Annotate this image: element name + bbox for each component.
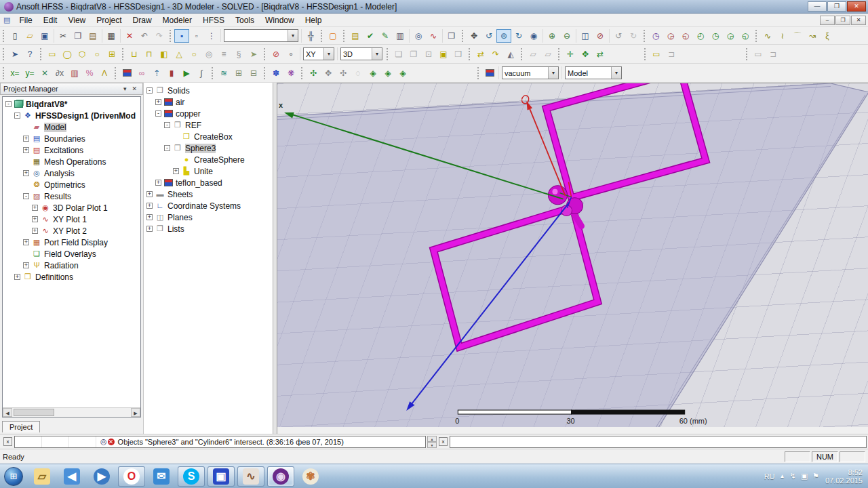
- materials-button[interactable]: [119, 66, 134, 80]
- toolbar-drag-handle[interactable]: [644, 30, 646, 42]
- tray-action-center-icon[interactable]: ⚑: [812, 472, 819, 481]
- tree-expander[interactable]: +: [23, 239, 29, 245]
- context-help-button[interactable]: ➤: [7, 47, 22, 61]
- select-object-button[interactable]: ▪: [174, 29, 189, 43]
- tree-xy-plot-2[interactable]: + ∿ XY Plot 2: [3, 225, 140, 237]
- view-undo-button[interactable]: ↺: [611, 29, 626, 43]
- draw-sphere-button[interactable]: ○: [186, 47, 201, 61]
- toolbar-drag-handle[interactable]: [321, 30, 323, 42]
- modeler-3d-viewport[interactable]: x 0 30 60 (mm): [277, 83, 868, 427]
- exchange-button[interactable]: ✕: [37, 66, 52, 80]
- toolbar-drag-handle[interactable]: [343, 30, 346, 42]
- mtree-createbox[interactable]: ❒ CreateBox: [144, 131, 273, 142]
- view-iso-button[interactable]: ◵: [738, 29, 753, 43]
- arc-button[interactable]: ⌒: [790, 29, 805, 43]
- menu-item[interactable]: Edit: [38, 14, 63, 26]
- mtree-teflon-based[interactable]: + teflon_based: [144, 177, 273, 188]
- project-tree-hscrollbar[interactable]: ◀ ▶: [3, 407, 140, 417]
- tree-expander[interactable]: -: [164, 145, 170, 151]
- mesh-sphere-button[interactable]: ❋: [283, 66, 298, 80]
- measure-button[interactable]: ▮: [164, 66, 179, 80]
- tree-expander[interactable]: +: [32, 205, 38, 211]
- tree-xy-plot-1[interactable]: + ∿ XY Plot 1: [3, 214, 140, 225]
- field-gem-3-button[interactable]: ◈: [395, 66, 410, 80]
- view-bottom-button[interactable]: ◶: [663, 29, 678, 43]
- mtree-ref[interactable]: - ❒ REF: [144, 119, 273, 131]
- tree-optimetrics[interactable]: ❂ Optimetrics: [3, 179, 140, 190]
- tree-expander[interactable]: -: [5, 101, 12, 107]
- taskbar-explorer-button[interactable]: ▱: [28, 466, 56, 487]
- toolbar-combobox[interactable]: 3D ▾: [340, 47, 382, 60]
- project-variables-button[interactable]: y=: [22, 66, 37, 80]
- toolbar-combobox[interactable]: Model ▾: [565, 66, 622, 79]
- design-properties-button[interactable]: x=: [7, 66, 22, 80]
- tree-mesh-operations[interactable]: ▦ Mesh Operations: [3, 156, 140, 167]
- tree-definitions[interactable]: + ❒ Definitions: [3, 271, 140, 283]
- cut-button[interactable]: ✂: [56, 29, 71, 43]
- tree-model[interactable]: ▰ Model: [3, 121, 140, 133]
- draw-box-button[interactable]: ◧: [157, 47, 172, 61]
- taskbar-save-tool-button[interactable]: ▣: [208, 466, 235, 487]
- tray-network-icon[interactable]: ▣: [801, 472, 808, 481]
- pan-button[interactable]: ✥: [467, 29, 481, 43]
- run-script-button[interactable]: ▶: [179, 66, 194, 80]
- toolbar-combobox[interactable]: XY ▾: [303, 47, 334, 60]
- mtree-sphere3[interactable]: - ❒ Sphere3: [144, 142, 273, 154]
- view-redo-button[interactable]: ↻: [626, 29, 641, 43]
- taskbar-volume-button[interactable]: ◀: [58, 466, 85, 487]
- toolbar-drag-handle[interactable]: [387, 48, 389, 60]
- toolbar-drag-handle[interactable]: [3, 30, 5, 42]
- field-gem-1-button[interactable]: ◈: [366, 66, 380, 80]
- draw-regular-cylinder-button[interactable]: ⊓: [142, 47, 157, 61]
- view-right-button[interactable]: ◴: [693, 29, 708, 43]
- toolbar-drag-handle[interactable]: [170, 30, 172, 42]
- mtree-sheets[interactable]: + ▬ Sheets: [144, 188, 273, 200]
- tree-expander[interactable]: -: [14, 113, 20, 119]
- tray-power-icon[interactable]: ↯: [789, 472, 795, 481]
- view-top-button[interactable]: ◷: [648, 29, 663, 43]
- toolbar-drag-handle[interactable]: [212, 67, 214, 79]
- taskbar-mail-button[interactable]: ✉: [148, 466, 175, 487]
- taskbar-skype-button[interactable]: S: [178, 466, 205, 487]
- draw-torus-button[interactable]: ◎: [201, 47, 216, 61]
- view-left-button[interactable]: ◵: [678, 29, 693, 43]
- print-button[interactable]: ▦: [104, 29, 119, 43]
- toolbar-drag-handle[interactable]: [264, 48, 267, 60]
- draw-ellipse-button[interactable]: ○: [90, 47, 104, 61]
- combo-dropdown-arrow[interactable]: ▾: [611, 67, 621, 79]
- zoom-fit-button[interactable]: ⊘: [593, 29, 608, 43]
- draw-cylinder-button[interactable]: ⊔: [127, 47, 142, 61]
- tree-expander[interactable]: +: [155, 99, 161, 105]
- toolbar-drag-handle[interactable]: [746, 48, 749, 60]
- tuning-button[interactable]: ▥: [67, 66, 82, 80]
- scrollbar-thumb[interactable]: [14, 409, 54, 416]
- copy-image-button[interactable]: ❒: [444, 29, 459, 43]
- mesh-settings-button[interactable]: ✽: [269, 66, 283, 80]
- toolbar-drag-handle[interactable]: [755, 30, 758, 42]
- panel-close-button[interactable]: ✕: [129, 85, 140, 92]
- toolbar-combobox[interactable]: vacuum ▾: [502, 66, 559, 79]
- toolbar-drag-handle[interactable]: [521, 48, 524, 60]
- copy-button[interactable]: ❐: [71, 29, 85, 43]
- zoom-in-button[interactable]: ⊕: [545, 29, 559, 43]
- draw-polygon-button[interactable]: ⬡: [75, 47, 90, 61]
- zero-order-curve-button[interactable]: ξ: [820, 29, 835, 43]
- toolbar-drag-handle[interactable]: [644, 48, 647, 60]
- combo-dropdown-arrow[interactable]: ▾: [323, 48, 334, 60]
- zoom-window-button[interactable]: ◫: [578, 29, 593, 43]
- toolbar-drag-handle[interactable]: [122, 48, 125, 60]
- mtree-air[interactable]: + air: [144, 96, 273, 108]
- spline-button[interactable]: ↝: [805, 29, 820, 43]
- boolean-separate-button[interactable]: ❒: [451, 47, 466, 61]
- boolean-intersect-button[interactable]: ⊡: [421, 47, 436, 61]
- local-cs-button[interactable]: ⇡: [149, 66, 164, 80]
- tree-excitations[interactable]: + ▤ Excitations: [3, 144, 140, 156]
- message-field[interactable]: ◎ ✕ Objects "Sphere3" and "Cylinder6" in…: [14, 436, 426, 448]
- progress-close-button[interactable]: x: [439, 437, 448, 446]
- redo-button[interactable]: ↷: [152, 29, 167, 43]
- history-tree-button[interactable]: ⋮: [204, 29, 219, 43]
- frequency-sweep-button[interactable]: ∿: [426, 29, 441, 43]
- taskbar-paint-button[interactable]: ✾: [297, 466, 324, 487]
- select-face-button[interactable]: ▫: [189, 29, 204, 43]
- duplicate-around-axis-button[interactable]: ✥: [578, 47, 593, 61]
